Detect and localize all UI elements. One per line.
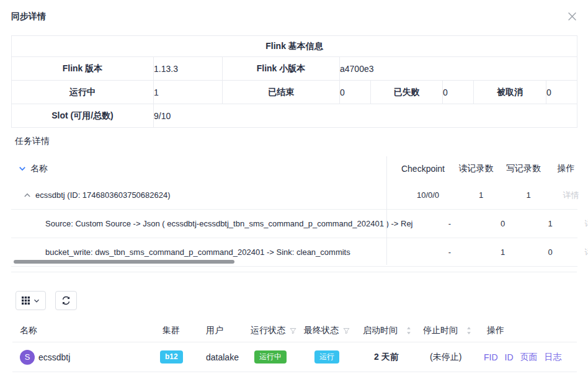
- task-detail-link[interactable]: 详情: [585, 219, 588, 228]
- flink-version-value: 1.13.3: [154, 57, 223, 81]
- task-row: ecssdbtj (ID: 1746803603750682624) 10/0/…: [11, 181, 577, 210]
- task-detail-link[interactable]: 详情: [585, 247, 588, 257]
- task-read-count: 1: [479, 247, 527, 257]
- finished-label: 已结束: [223, 81, 340, 104]
- cancelled-value: 0: [546, 81, 577, 104]
- flink-minor-version-label: Flink 小版本: [223, 57, 340, 81]
- chevron-down-icon: [33, 298, 40, 304]
- slot-value: 9/10: [154, 104, 577, 128]
- task-name: bucket_write: dws_tbn_sms_command_p_comm…: [45, 247, 350, 257]
- task-section-title: 任务详情: [15, 136, 50, 147]
- column-header-action: 操作: [547, 163, 585, 174]
- grid-icon: [22, 297, 30, 305]
- failed-label: 已失败: [371, 81, 443, 104]
- column-header-stop-time: 停止时间: [423, 325, 458, 336]
- table-bottom-divider: [11, 272, 577, 272]
- job-user: datalake: [200, 352, 244, 362]
- run-status-badge: 运行中: [254, 350, 287, 363]
- sorter-icon[interactable]: [406, 326, 411, 335]
- info-row-version: Flink 版本 1.13.3 Flink 小版本 a4700e3: [12, 57, 577, 81]
- task-write-count: 1: [505, 190, 552, 200]
- running-value: 1: [154, 81, 223, 104]
- column-header-user: 用户: [200, 325, 244, 336]
- tree-expand-all-icon[interactable]: [19, 165, 26, 172]
- task-write-count: 1: [527, 219, 574, 228]
- column-header-name: 名称: [12, 325, 155, 336]
- job-name: ecssdbtj: [38, 352, 70, 362]
- fixed-column-divider: [386, 156, 387, 265]
- id-link[interactable]: ID: [505, 352, 514, 362]
- toolbar: [16, 291, 77, 310]
- task-name: Source: Custom Source -> Json ( ecssdbtj…: [45, 219, 413, 228]
- close-button[interactable]: [566, 10, 578, 22]
- column-header-start-time: 启动时间: [363, 325, 398, 336]
- column-header-run-status: 运行状态: [251, 325, 285, 336]
- refresh-button[interactable]: [55, 291, 77, 310]
- sorter-icon[interactable]: [466, 326, 471, 335]
- flink-info-table: Flink 基本信息 Flink 版本 1.13.3 Flink 小版本 a47…: [11, 35, 577, 128]
- task-read-count: 1: [457, 190, 505, 200]
- task-table-header: 名称 Checkpoint 读记录数 写记录数 操作: [11, 156, 577, 181]
- job-table-header: 名称 集群 用户 运行状态 最终状态 启动时间: [12, 319, 577, 342]
- task-checkpoint: -: [421, 219, 479, 228]
- page-link[interactable]: 页面: [520, 352, 538, 363]
- column-header-name: 名称: [30, 163, 48, 174]
- row-collapse-icon[interactable]: [24, 192, 31, 199]
- task-name: ecssdbtj (ID: 1746803603750682624): [35, 190, 171, 200]
- job-table: 名称 集群 用户 运行状态 最终状态 启动时间: [12, 319, 577, 372]
- cluster-tag: b12: [160, 350, 183, 363]
- task-checkpoint: -: [421, 247, 479, 257]
- job-row: S ecssdbtj b12 datalake 运行中 运行 2 天前 (未停止…: [12, 342, 577, 372]
- flink-info-title: Flink 基本信息: [12, 36, 577, 57]
- refresh-icon: [61, 296, 71, 305]
- column-header-cluster: 集群: [155, 325, 200, 336]
- avatar: S: [20, 350, 35, 365]
- column-settings-button[interactable]: [16, 291, 46, 310]
- info-row-slot: Slot (可用/总数) 9/10: [12, 104, 577, 128]
- task-table: 名称 Checkpoint 读记录数 写记录数 操作 ecssdbtj (ID:…: [11, 156, 577, 267]
- log-link[interactable]: 日志: [545, 352, 562, 363]
- task-row: Source: Custom Source -> Json ( ecssdbtj…: [11, 210, 577, 238]
- column-header-read-records: 读记录数: [452, 163, 500, 174]
- column-header-checkpoint: Checkpoint: [394, 164, 452, 174]
- task-checkpoint: 10/0/0: [399, 190, 457, 200]
- horizontal-scrollbar[interactable]: [14, 260, 234, 264]
- column-header-action: 操作: [479, 325, 577, 336]
- failed-value: 0: [443, 81, 474, 104]
- filter-icon[interactable]: [290, 328, 296, 334]
- filter-icon[interactable]: [343, 328, 350, 334]
- flink-minor-version-value: a4700e3: [340, 57, 577, 81]
- fid-link[interactable]: FID: [484, 352, 498, 362]
- page-title: 同步详情: [11, 11, 46, 22]
- finished-value: 0: [340, 81, 371, 104]
- cancelled-label: 被取消: [474, 81, 546, 104]
- flink-version-label: Flink 版本: [12, 57, 154, 81]
- info-row-status: 运行中 1 已结束 0 已失败 0 被取消 0: [12, 81, 577, 104]
- column-header-write-records: 写记录数: [500, 163, 547, 174]
- task-read-count: 0: [479, 219, 527, 228]
- slot-label: Slot (可用/总数): [12, 104, 154, 128]
- final-status-badge: 运行: [314, 350, 339, 363]
- job-stop-time: (未停止): [417, 352, 479, 363]
- column-header-final-status: 最终状态: [304, 325, 339, 336]
- task-detail-link[interactable]: 详情: [563, 190, 579, 200]
- close-icon: [568, 12, 577, 21]
- running-label: 运行中: [12, 81, 154, 104]
- job-start-time: 2 天前: [357, 352, 417, 363]
- task-write-count: 0: [527, 247, 574, 257]
